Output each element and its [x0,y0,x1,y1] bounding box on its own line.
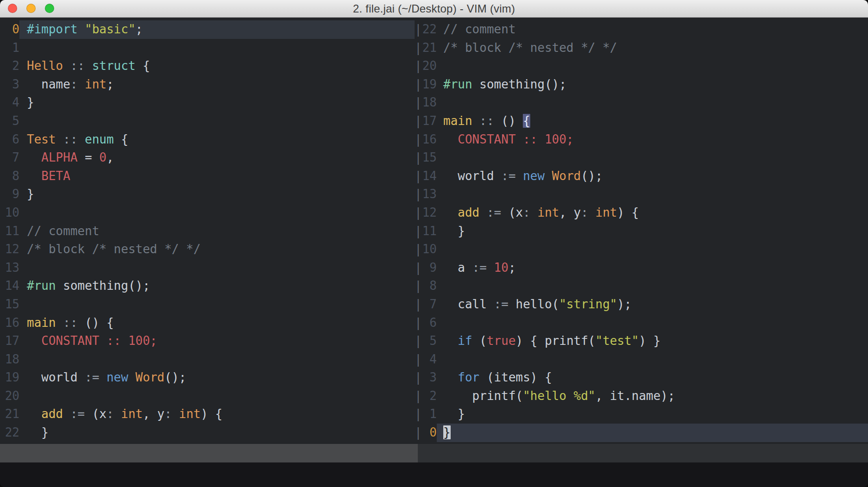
line-number: 6 [422,314,437,332]
code-text: main :: () { [19,314,415,332]
code-line[interactable]: 7 ALPHA = 0, [5,149,415,167]
statusline-left: file.jai Line:1/34[2%] [0,444,418,462]
code-text: /* block /* nested */ */ [437,39,868,57]
code-text: Test :: enum { [19,131,415,149]
code-line[interactable]: |1 } [415,405,868,424]
code-text [437,350,868,369]
right-editor-pane[interactable]: |22// comment|21/* block /* nested */ */… [415,18,868,444]
line-number: 5 [422,332,437,350]
code-text [19,204,415,222]
cursor-code-line[interactable]: 0#import "basic"; [5,20,415,39]
vertical-split-separator: | [415,167,422,186]
code-line[interactable]: |6 [415,314,868,332]
line-number: 9 [422,259,437,277]
minimize-button[interactable] [26,4,36,13]
code-line[interactable]: |9 a := 10; [415,259,868,277]
vertical-split-separator: | [415,75,422,94]
code-text: CONSTANT :: 100; [19,332,415,350]
code-line[interactable]: 12/* block /* nested */ */ [5,240,415,259]
code-line[interactable]: |20 [415,57,868,75]
code-line[interactable]: 5 [5,112,415,131]
code-line[interactable]: 17 CONSTANT :: 100; [5,332,415,350]
code-line[interactable]: |12 add := (x: int, y: int) { [415,204,868,222]
line-number: 15 [422,149,437,167]
code-line[interactable]: 13 [5,259,415,277]
code-line[interactable]: |3 for (items) { [415,368,868,387]
left-editor-pane[interactable]: 0#import "basic";12Hello :: struct {3 na… [0,18,415,444]
code-line[interactable]: 8 BETA [5,167,415,186]
line-number: 7 [422,295,437,314]
code-line[interactable]: 10 [5,204,415,222]
line-number: 13 [422,185,437,204]
zoom-button[interactable] [45,4,54,13]
line-number: 2 [422,387,437,406]
code-line[interactable]: |5 if (true) { printf("test") } [415,332,868,350]
line-number: 4 [5,94,19,112]
code-line[interactable]: |18 [415,94,868,112]
code-line[interactable]: |13 [415,185,868,204]
line-number: 4 [422,350,437,369]
code-line[interactable]: 18 [5,350,415,369]
vertical-split-separator: | [415,295,422,314]
code-text [19,295,415,314]
vertical-split-separator: | [415,39,422,57]
code-line[interactable]: 16main :: () { [5,314,415,332]
line-number: 9 [5,185,19,204]
code-text: #import "basic"; [19,20,415,39]
line-number: 22 [422,20,437,39]
code-text: #run something(); [437,75,868,94]
line-number: 10 [422,240,437,259]
editor-splits: 0#import "basic";12Hello :: struct {3 na… [0,18,868,444]
code-text: name: int; [19,75,415,94]
line-number: 11 [5,222,19,241]
code-line[interactable]: |8 [415,277,868,295]
code-line[interactable]: 9} [5,185,415,204]
code-line[interactable]: |7 call := hello("string"); [415,295,868,314]
line-number: 8 [422,277,437,295]
line-number: 21 [5,405,19,424]
code-line[interactable]: 11// comment [5,222,415,241]
code-line[interactable]: |15 [415,149,868,167]
line-number: 14 [5,277,19,295]
code-line[interactable]: 19 world := new Word(); [5,368,415,387]
code-line[interactable]: |10 [415,240,868,259]
code-line[interactable]: 15 [5,295,415,314]
code-text: world := new Word(); [19,368,415,387]
code-line[interactable]: 4} [5,94,415,112]
vertical-split-separator: | [415,149,422,167]
code-line[interactable]: 3 name: int; [5,75,415,94]
cursor-code-line[interactable]: |0} [415,424,868,442]
code-line[interactable]: |19#run something(); [415,75,868,94]
code-line[interactable]: 20 [5,387,415,406]
code-line[interactable]: 21 add := (x: int, y: int) { [5,405,415,424]
status-line: file.jai Line:1/34[2%] file.jai Line:34/… [0,444,868,462]
line-number: 15 [5,295,19,314]
code-text: world := new Word(); [437,167,868,186]
vertical-split-separator: | [415,185,422,204]
code-line[interactable]: |2 printf("hello %d", it.name); [415,387,868,406]
close-button[interactable] [8,4,17,13]
vim-window: 2. file.jai (~/Desktop) - VIM (vim) 0#im… [0,0,868,487]
code-line[interactable]: 2Hello :: struct { [5,57,415,75]
code-line[interactable]: 14#run something(); [5,277,415,295]
code-line[interactable]: |14 world := new Word(); [415,167,868,186]
code-line[interactable]: |4 [415,350,868,369]
code-text [437,314,868,332]
vertical-split-separator: | [415,332,422,350]
title-bar[interactable]: 2. file.jai (~/Desktop) - VIM (vim) [0,0,868,18]
cursor-block: } [443,425,451,439]
command-line[interactable] [0,462,868,487]
code-text: #run something(); [19,277,415,295]
code-line[interactable]: |17main :: () { [415,112,868,131]
code-line[interactable]: 1 [5,39,415,57]
code-line[interactable]: 6Test :: enum { [5,131,415,149]
code-text: // comment [437,20,868,39]
vertical-split-separator: | [415,57,422,75]
code-line[interactable]: |21/* block /* nested */ */ [415,39,868,57]
line-number: 6 [5,131,19,149]
code-line[interactable]: |22// comment [415,20,868,39]
code-line[interactable]: |16 CONSTANT :: 100; [415,131,868,149]
code-line[interactable]: |11 } [415,222,868,241]
code-line[interactable]: 22 } [5,424,415,442]
code-text: Hello :: struct { [19,57,415,75]
